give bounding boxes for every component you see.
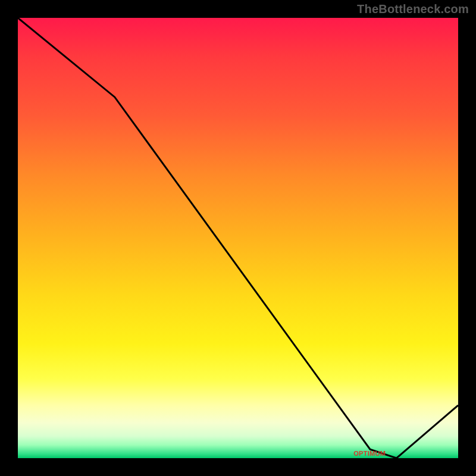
- bottleneck-curve: [18, 18, 458, 458]
- attribution-text: TheBottleneck.com: [357, 2, 469, 16]
- curve-line: [18, 18, 458, 458]
- chart-container: TheBottleneck.com OPTIMUM: [0, 0, 476, 476]
- optimum-label: OPTIMUM: [353, 450, 386, 457]
- plot-area: OPTIMUM: [18, 18, 458, 458]
